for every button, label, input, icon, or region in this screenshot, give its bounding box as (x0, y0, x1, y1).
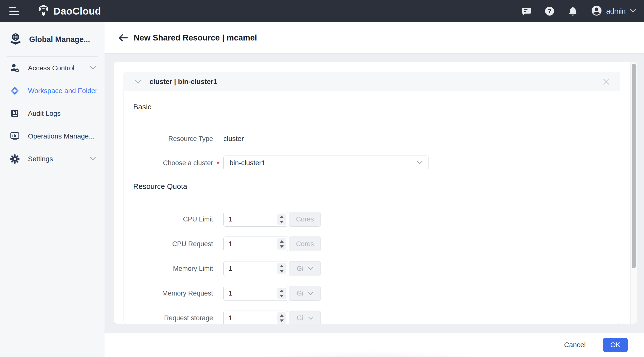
message-icon[interactable] (521, 6, 532, 16)
stepper-up-icon[interactable] (280, 290, 284, 292)
memory-request-input-group (224, 286, 288, 301)
cpu-request-input[interactable] (224, 237, 277, 251)
scrollbar-thumb[interactable] (632, 64, 636, 268)
sidebar: Global Manage... Access Contro (0, 22, 104, 357)
main-area: New Shared Resource | mcamel cluster | b… (104, 22, 644, 357)
close-icon[interactable] (601, 77, 611, 87)
number-stepper[interactable] (277, 312, 286, 324)
resource-type-label: Resource Type (133, 135, 213, 143)
user-gear-icon (10, 63, 20, 73)
memory-request-unit-select[interactable]: Gi (289, 286, 321, 301)
choose-cluster-row: Choose a cluster* bin-cluster1 (133, 156, 620, 170)
brand-logo[interactable]: DaoCloud (37, 4, 101, 18)
stepper-down-icon[interactable] (280, 295, 284, 297)
cpu-request-label: CPU Request (133, 240, 213, 248)
choose-cluster-label: Choose a cluster* (133, 159, 213, 167)
svg-text:?: ? (548, 8, 552, 14)
sidebar-item-label: Settings (28, 155, 53, 163)
stepper-down-icon[interactable] (280, 320, 284, 322)
sidebar-product-label: Global Manage... (29, 35, 90, 44)
number-stepper[interactable] (277, 214, 286, 225)
sidebar-item-label: Workspace and Folder (28, 87, 97, 95)
chevron-down-icon (308, 267, 313, 271)
memory-limit-input-group (224, 261, 288, 276)
stepper-up-icon[interactable] (280, 240, 284, 243)
sidebar-item-audit-logs[interactable]: Audit Logs (0, 102, 104, 125)
topbar: DaoCloud ? (0, 0, 644, 22)
scrollbar-track[interactable] (630, 62, 637, 324)
memory-request-label: Memory Request (133, 290, 213, 297)
cpu-limit-row: CPU Limit Cores (133, 212, 620, 227)
cpu-request-row: CPU Request Cores (133, 237, 620, 251)
required-asterisk: * (217, 160, 220, 168)
request-storage-input-group (224, 311, 288, 324)
gear-icon (10, 154, 20, 164)
cluster-card: cluster | bin-cluster1 Basic Resource Ty… (124, 72, 620, 324)
globe-icon (10, 32, 22, 46)
memory-request-row: Memory Request Gi (133, 286, 620, 301)
stepper-up-icon[interactable] (280, 314, 284, 317)
sidebar-item-label: Access Control (28, 64, 74, 72)
stepper-down-icon[interactable] (280, 245, 284, 248)
sidebar-item-operations-manage[interactable]: Operations Manage... (0, 125, 104, 148)
stepper-up-icon[interactable] (280, 216, 284, 218)
sidebar-product-switcher[interactable]: Global Manage... (0, 22, 104, 56)
cpu-limit-input[interactable] (224, 212, 277, 226)
user-menu[interactable]: admin (591, 5, 636, 17)
section-title-basic: Basic (133, 103, 620, 111)
workspace-icon (10, 86, 20, 96)
ok-button[interactable]: OK (603, 338, 628, 352)
footer-actions: Cancel OK (561, 333, 628, 357)
bell-icon[interactable] (568, 6, 578, 16)
section-title-resource-quota: Resource Quota (133, 182, 620, 191)
cluster-select-value: bin-cluster1 (230, 159, 266, 167)
resource-type-value: cluster (224, 135, 244, 143)
daocloud-cube-icon (37, 4, 50, 18)
topbar-right: ? admin (521, 5, 644, 17)
sidebar-item-settings[interactable]: Settings (0, 148, 104, 170)
cluster-card-header[interactable]: cluster | bin-cluster1 (124, 72, 620, 91)
footer-bar: Cancel OK (104, 333, 644, 357)
sidebar-item-workspace-and-folder[interactable]: Workspace and Folder (0, 79, 104, 102)
number-stepper[interactable] (277, 263, 286, 274)
stepper-down-icon[interactable] (280, 221, 284, 223)
number-stepper[interactable] (277, 288, 286, 299)
memory-limit-row: Memory Limit Gi (133, 261, 620, 276)
request-storage-row: Request storage Gi (133, 311, 620, 324)
chevron-down-icon (308, 316, 313, 320)
back-arrow-icon[interactable] (118, 32, 129, 44)
form-panel: cluster | bin-cluster1 Basic Resource Ty… (114, 62, 637, 324)
content-area: cluster | bin-cluster1 Basic Resource Ty… (104, 53, 644, 333)
sidebar-item-access-control[interactable]: Access Control (0, 57, 104, 79)
cluster-card-title: cluster | bin-cluster1 (150, 78, 217, 86)
sidebar-item-label: Audit Logs (28, 110, 60, 117)
cluster-select[interactable]: bin-cluster1 (224, 156, 428, 170)
hamburger-icon[interactable] (10, 7, 19, 15)
memory-request-input[interactable] (224, 286, 277, 301)
stepper-down-icon[interactable] (280, 270, 284, 273)
page-title: New Shared Resource | mcamel (134, 33, 257, 42)
memory-limit-input[interactable] (224, 262, 277, 276)
sidebar-item-label: Operations Manage... (28, 132, 94, 140)
number-stepper[interactable] (277, 238, 286, 250)
cancel-button[interactable]: Cancel (561, 339, 589, 351)
collapse-chevron-icon[interactable] (134, 77, 142, 86)
user-name: admin (606, 7, 626, 15)
resource-type-row: Resource Type cluster (133, 134, 620, 144)
memory-limit-unit-select[interactable]: Gi (289, 261, 321, 276)
cluster-card-body: Basic Resource Type cluster Choose a clu… (124, 103, 620, 324)
chevron-down-icon (90, 156, 96, 162)
cpu-limit-label: CPU Limit (133, 216, 213, 223)
stepper-up-icon[interactable] (280, 265, 284, 267)
request-storage-unit-select[interactable]: Gi (289, 311, 321, 324)
help-icon[interactable]: ? (544, 6, 555, 16)
chevron-down-icon (90, 65, 96, 71)
page-header: New Shared Resource | mcamel (104, 22, 644, 53)
request-storage-label: Request storage (133, 314, 213, 322)
cpu-limit-unit: Cores (289, 212, 321, 227)
brand-name: DaoCloud (54, 6, 101, 17)
memory-limit-label: Memory Limit (133, 265, 213, 273)
audit-logs-icon (10, 109, 20, 118)
request-storage-input[interactable] (224, 311, 277, 324)
chevron-down-icon (630, 8, 636, 14)
